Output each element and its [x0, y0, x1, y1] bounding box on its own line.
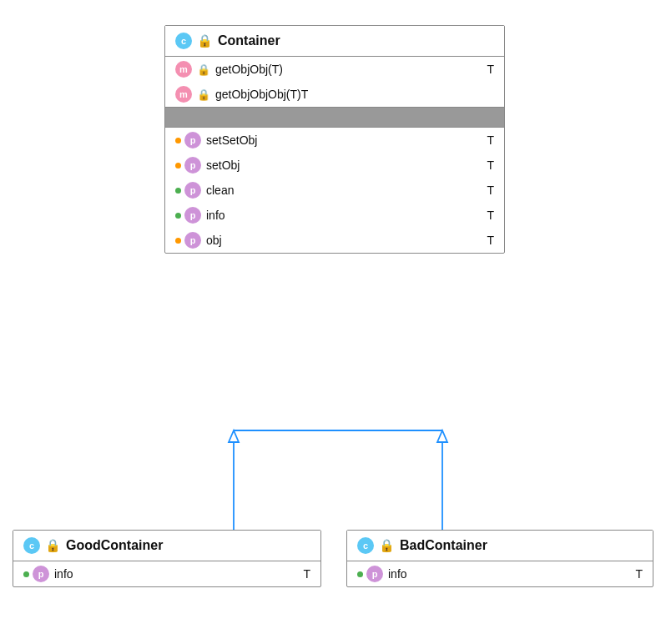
prop-type-2: T — [482, 158, 494, 172]
good-container-properties: p info T — [13, 561, 320, 586]
prop-badge-3: p — [184, 182, 201, 199]
lock-icon-container: 🔒 — [197, 33, 213, 48]
bad-dot-1 — [357, 571, 363, 577]
container-properties: p setSetObj T p setObj T p clean T p inf… — [165, 128, 504, 253]
prop-row-4: p info T — [165, 203, 504, 228]
good-dot-1 — [23, 571, 29, 577]
good-prop-name-1: info — [54, 567, 294, 581]
prop-badge-2: p — [184, 157, 201, 174]
prop-row-5: p obj T — [165, 228, 504, 253]
method-type-1: T — [482, 63, 494, 76]
dot-4 — [175, 213, 181, 219]
container-box: c 🔒 Container m 🔒 getObjObj(T) T m 🔒 get… — [164, 25, 505, 254]
svg-marker-5 — [437, 430, 447, 442]
method-row-2: m 🔒 getObjObjObj(T)T — [165, 82, 504, 107]
bad-container-header: c 🔒 BadContainer — [347, 531, 653, 561]
lock-icon-good: 🔒 — [45, 538, 61, 553]
prop-type-5: T — [482, 234, 494, 247]
prop-row-1: p setSetObj T — [165, 128, 504, 153]
lock-icon-m2: 🔒 — [197, 88, 210, 101]
bad-prop-row-1: p info T — [347, 561, 653, 586]
container-methods: m 🔒 getObjObj(T) T m 🔒 getObjObjObj(T)T — [165, 57, 504, 108]
good-prop-type-1: T — [299, 567, 310, 581]
dot-5 — [175, 238, 181, 244]
prop-name-1: setSetObj — [206, 133, 477, 147]
method-row-1: m 🔒 getObjObj(T) T — [165, 57, 504, 82]
good-container-badge: c — [23, 537, 40, 554]
good-prop-row-1: p info T — [13, 561, 320, 586]
bad-container-title: BadContainer — [400, 538, 487, 553]
bad-prop-type-1: T — [631, 567, 643, 581]
container-title: Container — [218, 33, 280, 48]
lock-icon-bad: 🔒 — [379, 538, 395, 553]
method-badge-2: m — [175, 86, 192, 103]
container-badge: c — [175, 33, 192, 49]
prop-row-3: p clean T — [165, 178, 504, 203]
prop-badge-4: p — [184, 207, 201, 224]
svg-marker-1 — [229, 430, 239, 442]
prop-name-4: info — [206, 209, 477, 222]
prop-name-3: clean — [206, 184, 477, 197]
dot-2 — [175, 163, 181, 169]
bad-container-badge: c — [357, 537, 374, 554]
good-container-box: c 🔒 GoodContainer p info T — [13, 530, 321, 587]
prop-name-5: obj — [206, 234, 477, 247]
method-badge-1: m — [175, 61, 192, 78]
prop-type-1: T — [482, 133, 494, 147]
prop-badge-5: p — [184, 232, 201, 249]
good-prop-badge-1: p — [33, 566, 49, 582]
prop-type-4: T — [482, 209, 494, 222]
container-header: c 🔒 Container — [165, 26, 504, 57]
gray-divider — [165, 108, 504, 128]
prop-row-2: p setObj T — [165, 153, 504, 178]
bad-container-box: c 🔒 BadContainer p info T — [346, 530, 653, 587]
method-name-2: getObjObjObj(T)T — [215, 88, 477, 101]
prop-name-2: setObj — [206, 158, 477, 172]
lock-icon-m1: 🔒 — [197, 63, 210, 76]
bad-prop-name-1: info — [388, 567, 626, 581]
bad-container-properties: p info T — [347, 561, 653, 586]
method-name-1: getObjObj(T) — [215, 63, 477, 76]
prop-badge-1: p — [184, 132, 201, 148]
diagram-container: c 🔒 Container m 🔒 getObjObj(T) T m 🔒 get… — [0, 0, 666, 644]
good-container-header: c 🔒 GoodContainer — [13, 531, 320, 561]
bad-prop-badge-1: p — [366, 566, 383, 582]
dot-3 — [175, 188, 181, 194]
dot-1 — [175, 138, 181, 143]
good-container-title: GoodContainer — [66, 538, 163, 553]
prop-type-3: T — [482, 184, 494, 197]
